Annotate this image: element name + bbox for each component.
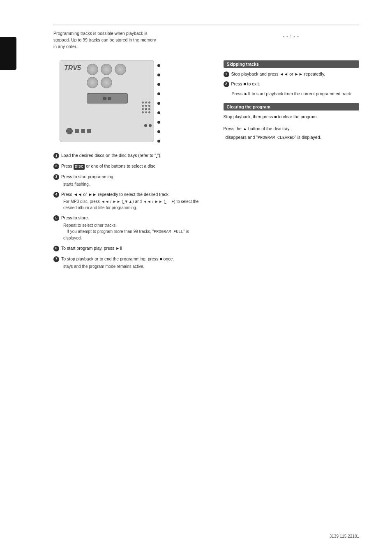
step-num-1: 1 xyxy=(53,153,59,159)
steps-list: 1 Load the desired discs on the disc tra… xyxy=(53,152,203,269)
step-num-4: 4 xyxy=(53,192,59,198)
right-step-2: 2 Press ■ to exit. xyxy=(224,81,359,88)
step-num-5: 5 xyxy=(53,215,59,221)
step-7-text: To stop playback or to end the programmi… xyxy=(61,256,203,269)
section-skipping-header: Skipping tracks xyxy=(224,60,359,68)
disc-button-symbol: DISC xyxy=(74,164,85,170)
intro-text: Programming tracks is possible when play… xyxy=(53,30,160,50)
display-time: --:-- xyxy=(224,34,359,39)
step-7-sub: stays and the program mode remains activ… xyxy=(63,263,203,269)
step-4-sub: For MP3 disc, press ◄◄ / ►► ( ▼▲) and ◄◄… xyxy=(63,198,203,211)
step-num-7: 7 xyxy=(53,256,59,262)
step-3-text: Press to start programming. starts flash… xyxy=(61,174,203,187)
step-1-text: Load the desired discs on the disc trays… xyxy=(61,152,203,159)
left-column: Programming tracks is possible when play… xyxy=(53,30,203,274)
step-4: 4 Press ◄◄ or ►► repeatedly to select th… xyxy=(53,191,203,211)
step-1: 1 Load the desired discs on the disc tra… xyxy=(53,152,203,159)
right-column: --:-- Skipping tracks 1 Stop playback an… xyxy=(215,30,359,274)
right-step-2-text: Press ■ to exit. xyxy=(231,81,260,88)
section-clearing-header: Clearing the program xyxy=(224,103,359,111)
step-5-text: Press to store. Repeat to select other t… xyxy=(61,215,203,241)
right-step-num-1: 1 xyxy=(224,71,229,77)
document-number: 3139 115 22181 xyxy=(330,534,359,539)
right-step-num-2: 2 xyxy=(224,81,229,87)
clearing-text: Stop playback, then press ■ to clear the… xyxy=(224,114,359,120)
step-3-sub: starts flashing. xyxy=(63,181,203,187)
step-num-6: 6 xyxy=(53,246,59,251)
right-step-1-text: Stop playback and press ◄◄ or ►► repeate… xyxy=(231,71,325,78)
step-num-2: 2 xyxy=(53,164,59,169)
program-cleared-text: disappears and "PROGRAM CLEARED" is disp… xyxy=(226,134,359,141)
step-6-text: To start program play, press ►II xyxy=(61,245,203,252)
step-5-sub: Repeat to select other tracks. If you at… xyxy=(63,222,203,241)
press-eject-text: Press the ▲ button of the disc tray. xyxy=(224,125,359,132)
step-2: 2 Press DISC or one of the buttons to se… xyxy=(53,163,203,170)
step-num-3: 3 xyxy=(53,174,59,180)
device-illustration: TRV5 xyxy=(53,58,160,144)
right-step-1: 1 Stop playback and press ◄◄ or ►► repea… xyxy=(224,71,359,78)
skipping-note: Press ►II to start playback from the cur… xyxy=(232,91,359,97)
step-4-text: Press ◄◄ or ►► repeatedly to select the … xyxy=(61,191,203,211)
step-5: 5 Press to store. Repeat to select other… xyxy=(53,215,203,241)
step-6: 6 To start program play, press ►II xyxy=(53,245,203,252)
step-2-text: Press DISC or one of the buttons to sele… xyxy=(61,163,203,170)
step-7: 7 To stop playback or to end the program… xyxy=(53,256,203,269)
top-divider xyxy=(53,25,359,25)
step-3: 3 Press to start programming. starts fla… xyxy=(53,174,203,187)
